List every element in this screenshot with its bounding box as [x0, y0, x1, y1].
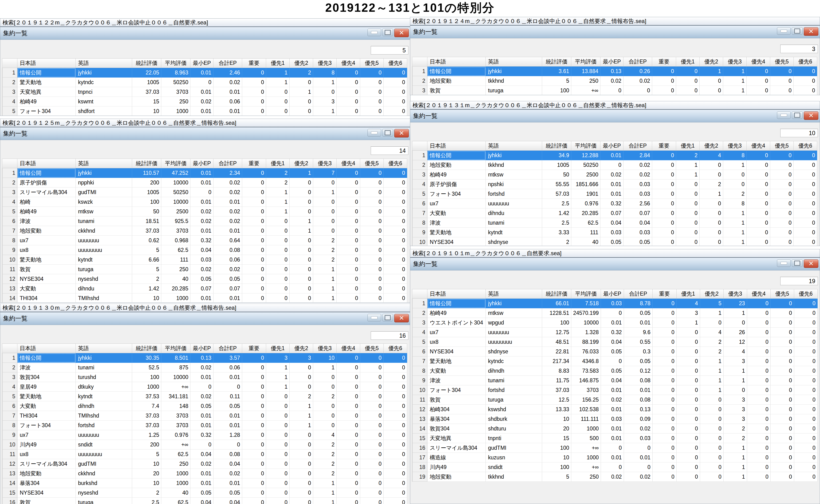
column-header-12[interactable]: 優先5 [360, 59, 384, 68]
column-header-10[interactable]: 優先3 [313, 159, 337, 168]
restore-button[interactable] [382, 314, 393, 321]
table-row[interactable]: 12スリーマイル島304gudTMI102500.020.040002000 [2, 459, 407, 469]
table-row[interactable]: 6大変動dihndh7.41480.050.050010000 [2, 401, 407, 411]
table-row[interactable]: 5フォート304shdfort1010000.010.010001000 [2, 106, 407, 116]
table-row[interactable]: 9ux8uuuuuuuu562.50.040.080002000 [2, 245, 407, 255]
table-row[interactable]: 11ux8uuuuuuuu562.50.040.080002000 [2, 449, 407, 459]
column-header-11[interactable]: 優先4 [747, 289, 770, 299]
table-row[interactable]: 3ウエストポイント304wpgud100100000.010.010100000 [413, 318, 818, 328]
column-header-5[interactable]: 最小EP [190, 59, 213, 68]
table-row[interactable]: 4原子炉損傷npshki55.551851.6660.010.030020000 [413, 180, 817, 189]
table-row[interactable]: 2地殻変動tkkhnd52500.020.020001000 [413, 76, 817, 86]
column-header-1[interactable]: 日本語 [428, 57, 486, 66]
column-header-2[interactable]: 英語 [486, 141, 542, 151]
column-header-3[interactable]: 統計評価 [542, 141, 571, 151]
column-header-7[interactable]: 重要 [242, 159, 266, 168]
column-header-7[interactable]: 重要 [242, 344, 266, 353]
column-header-12[interactable]: 優先5 [770, 141, 794, 151]
close-button[interactable]: ✕ [394, 129, 409, 137]
table-row[interactable]: 1情報公開jyhkki110.5747.2520.012.340217000 [2, 168, 407, 178]
table-row[interactable]: 2柏崎49mtksw1228.5124570.19900.050311000 [413, 308, 818, 318]
caption-bar[interactable]: 集約一覧 ✕ [0, 27, 410, 40]
column-header-13[interactable]: 優先6 [794, 57, 817, 66]
table-row[interactable]: 11敦賀turuga12.5156.250.020.080003000 [413, 395, 818, 405]
column-header-13[interactable]: 優先6 [794, 289, 817, 299]
table-row[interactable]: 7THI304TMIhshd37.0337030.010.010010000 [2, 411, 407, 421]
restore-button[interactable] [792, 27, 803, 35]
restore-button[interactable] [382, 129, 393, 137]
column-header-2[interactable]: 英語 [76, 59, 132, 68]
close-button[interactable]: ✕ [804, 111, 818, 120]
column-header-13[interactable]: 優先6 [384, 344, 407, 353]
table-row[interactable]: 14THI304TMIhshd1010000.010.010001000 [2, 293, 407, 303]
table-row[interactable]: 15NYSE304nyseshd2400.050.050001000 [2, 488, 407, 498]
window-title-bar[interactable]: 検索[２０１９１２２m＿クラカタウ００６＿米ロ会談中止００６＿自然要求.sea] [0, 19, 410, 27]
table-row[interactable]: 4ux7uuuuuuu12.751.3280.329.600426000 [413, 328, 818, 337]
column-header-1[interactable]: 日本語 [17, 59, 76, 68]
column-header-5[interactable]: 最小EP [601, 141, 624, 151]
column-header-8[interactable]: 優先1 [266, 59, 290, 68]
caption-bar[interactable]: 集約一覧 ✕ [410, 258, 820, 270]
close-button[interactable]: ✕ [804, 27, 818, 36]
table-row[interactable]: 5柏崎49mtksw5025000.020.020100000 [2, 207, 407, 216]
restore-button[interactable] [382, 29, 393, 36]
table-row[interactable]: 6津波tunami18.51925.50.020.020010000 [2, 216, 407, 226]
table-row[interactable]: 6NYSE304shdnyse22.8176.0330.050.30024000 [413, 347, 818, 356]
column-header-10[interactable]: 優先3 [313, 59, 337, 68]
column-header-7[interactable]: 重要 [652, 57, 676, 66]
table-row[interactable]: 2原子炉損傷npphki200100000.010.020200000 [2, 178, 407, 188]
window-title-bar[interactable]: 検索[２０１９１２４m＿クラカタウ００６＿米ロ会談中止００６＿自然要求＿情報布告… [410, 17, 820, 25]
table-row[interactable]: 8フォート304fortshd37.0337030.010.010010000 [2, 421, 407, 430]
table-row[interactable]: 12NYSE304nyseshd2400.050.050001000 [2, 274, 407, 284]
column-header-1[interactable]: 日本語 [17, 344, 76, 353]
table-row[interactable]: 19地殻変動tkkhnd52500.020.020001000 [413, 472, 818, 482]
minimize-button[interactable] [367, 129, 381, 137]
column-header-12[interactable]: 優先5 [360, 159, 384, 168]
table-row[interactable]: 17構造線kuzusn1010000.010.010001000 [413, 453, 818, 462]
column-header-4[interactable]: 平均評価 [571, 57, 601, 66]
table-row[interactable]: 5驚天動地kytndt37.53341.1810.020.110022000 [2, 392, 407, 401]
table-row[interactable]: 11敦賀turuga52500.020.020001000 [2, 265, 407, 274]
column-header-1[interactable]: 日本語 [428, 141, 486, 151]
table-row[interactable]: 14暴落304burkshd1010000.010.010001000 [2, 478, 407, 488]
table-row[interactable]: 13地殻変動ckkhnd2010000.010.020002000 [2, 469, 407, 478]
table-row[interactable]: 15天変地異tnpnti155000.010.030002000 [413, 434, 818, 443]
minimize-button[interactable] [367, 314, 381, 321]
caption-bar[interactable]: 集約一覧 ✕ [0, 312, 410, 325]
restore-button[interactable] [792, 259, 803, 267]
column-header-3[interactable]: 統計評価 [542, 57, 571, 66]
column-header-2[interactable]: 英語 [76, 159, 132, 168]
minimize-button[interactable] [367, 29, 381, 36]
column-header-4[interactable]: 平均評価 [161, 344, 190, 353]
column-header-11[interactable]: 優先4 [337, 159, 360, 168]
minimize-button[interactable] [777, 111, 791, 119]
column-header-6[interactable]: 合計EP [213, 59, 242, 68]
window-title-bar[interactable]: 検索[２０１９１２５m＿クラカタウ００６＿米ロ会談中止００６＿自然要求＿情報布告… [0, 119, 410, 127]
table-row[interactable]: 18川内49sndidt100+∞000001000 [413, 462, 818, 472]
column-header-2[interactable]: 英語 [76, 344, 132, 353]
column-header-9[interactable]: 優先2 [700, 57, 723, 66]
column-header-2[interactable]: 英語 [486, 289, 542, 299]
caption-bar[interactable]: 集約一覧 ✕ [410, 110, 820, 122]
table-row[interactable]: 9ux7uuuuuuu1.250.9760.321.280004000 [2, 430, 407, 440]
table-row[interactable]: 4柏崎49kswmt152500.020.060003000 [2, 97, 407, 106]
table-row[interactable]: 7大変動dihndu1.4220.2850.070.070001000 [413, 208, 817, 218]
caption-bar[interactable]: 集約一覧 ✕ [0, 127, 410, 140]
table-row[interactable]: 2津波tunami52.58750.020.060101000 [2, 363, 407, 372]
result-count-field[interactable]: 16 [371, 331, 408, 340]
column-header-6[interactable]: 合計EP [624, 57, 652, 66]
column-header-11[interactable]: 優先4 [337, 59, 360, 68]
table-row[interactable]: 8津波tunami2.562.50.040.040001000 [413, 218, 817, 228]
column-header-10[interactable]: 優先3 [723, 141, 747, 151]
column-header-12[interactable]: 優先5 [770, 289, 794, 299]
column-header-5[interactable]: 最小EP [601, 289, 624, 299]
result-count-field[interactable]: 5 [371, 46, 408, 55]
column-header-4[interactable]: 平均評価 [161, 59, 190, 68]
table-row[interactable]: 10驚天動地kytndt6.661110.030.060002000 [2, 255, 407, 265]
result-count-field[interactable]: 3 [780, 45, 818, 53]
table-row[interactable]: 1情報公開jyhkki22.058.9630.012.460128000 [2, 68, 407, 78]
table-row[interactable]: 2驚天動地kytndc10055025000.020101000 [2, 78, 407, 87]
table-row[interactable]: 14敦賀304shdturu2010000.010.020002000 [413, 424, 818, 434]
result-count-field[interactable]: 14 [371, 146, 408, 155]
column-header-9[interactable]: 優先2 [290, 59, 313, 68]
